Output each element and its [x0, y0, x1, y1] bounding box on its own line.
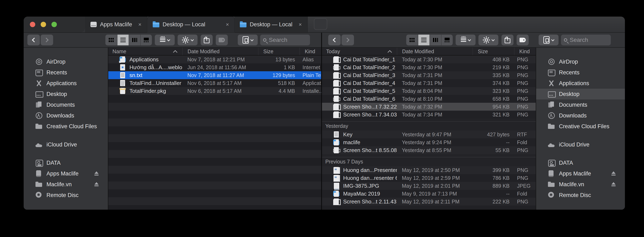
column-header-name[interactable]: Today	[322, 48, 397, 55]
sidebar-item[interactable]: Maclife.vn	[536, 179, 625, 190]
sidebar-item-icon	[35, 101, 43, 109]
list-view-button[interactable]	[117, 35, 129, 45]
chevron-down-icon	[190, 38, 194, 41]
column-header-name[interactable]: Name	[108, 48, 182, 55]
sidebar-item[interactable]: Creative Cloud Files	[536, 121, 625, 132]
eject-icon[interactable]	[94, 182, 99, 187]
share-button[interactable]	[502, 35, 514, 45]
action-menu-button[interactable]	[178, 35, 198, 45]
column-header-date-modified[interactable]: Date Modified	[182, 48, 258, 55]
tab-close-icon[interactable]: ×	[298, 21, 302, 28]
file-date: Nov 7, 2018 at 12:21 PM	[182, 56, 258, 63]
visor-menu-button[interactable]	[538, 35, 558, 45]
file-row[interactable]: Key Yesterday at 9:47 PM 427 bytes RTF	[322, 131, 536, 138]
sidebar-item[interactable]: Downloads	[24, 110, 108, 121]
list-view-button[interactable]	[418, 35, 430, 45]
sidebar-item[interactable]: Applications	[24, 78, 108, 89]
file-row[interactable]: Applications Nov 7, 2018 at 12:21 PM 13 …	[108, 55, 321, 63]
forward-button[interactable]	[342, 35, 354, 45]
file-row[interactable]: Screen Sho...t 7.34.03 PM Today at 7:34 …	[322, 111, 536, 118]
file-row[interactable]: Cai Dat TotalFinder_4 Today at 7:31 PM 3…	[322, 79, 536, 87]
sidebar-item[interactable]: Maclife.vn	[24, 179, 108, 190]
tag-button[interactable]	[516, 35, 529, 45]
column-header-date-modified[interactable]: Date Modified	[397, 48, 473, 55]
search-field[interactable]: Search	[561, 35, 611, 45]
share-button[interactable]	[201, 35, 213, 45]
sidebar-item[interactable]: Recents	[24, 67, 108, 78]
close-window-button[interactable]	[30, 22, 35, 27]
visor-menu-button[interactable]	[238, 35, 258, 45]
finder-tab[interactable]: Desktop — Local ×	[147, 16, 234, 32]
sidebar-item[interactable]: Documents	[536, 99, 625, 110]
group-by-button[interactable]	[155, 35, 175, 45]
file-row[interactable]: sn.txt Nov 7, 2018 at 11:27 AM 129 bytes…	[108, 71, 321, 79]
file-row[interactable]: IMG-3875.JPG May 12, 2019 at 2:01 PM 889…	[322, 182, 536, 190]
sidebar-item[interactable]: iCloud Drive	[24, 139, 108, 150]
sidebar-item[interactable]: Recents	[536, 67, 625, 78]
file-row[interactable]: Screen Sho...t 2.11.43 PM May 12, 2019 a…	[322, 198, 536, 206]
sidebar-item[interactable]: Desktop	[24, 89, 108, 99]
file-row[interactable]: Screen Sho...t 8.55.08 PM Yesterday at 8…	[322, 146, 536, 154]
gallery-view-button[interactable]	[441, 35, 453, 45]
file-row[interactable]: Cai Dat TotalFinder_1 Today at 7:30 PM 4…	[322, 55, 536, 63]
file-icon	[333, 198, 340, 205]
finder-tab[interactable]: Apps Maclife ×	[85, 16, 147, 32]
sidebar-item[interactable]: Apps Maclife	[24, 168, 108, 179]
search-field[interactable]: Search	[260, 35, 310, 45]
column-header-kind[interactable]: Kind	[514, 48, 536, 55]
finder-tab[interactable]: Desktop — Local ×	[234, 16, 308, 32]
column-view-button[interactable]	[430, 35, 441, 45]
file-row[interactable]: Hướng dẫ...A....webloc Jun 24, 2018 at 1…	[108, 63, 321, 71]
file-row[interactable]: MayaMac 2019 May 9, 2019 at 7:13 PM -- F…	[322, 190, 536, 198]
tab-close-icon[interactable]: ×	[225, 21, 230, 28]
file-row[interactable]: Screen Sho...t 7.32.22 PM Today at 7:32 …	[322, 103, 536, 111]
sidebar-item[interactable]: Desktop	[536, 89, 625, 99]
back-button[interactable]	[328, 35, 341, 45]
file-row[interactable]: Cai Dat TotalFinder_6 Today at 8:10 PM 6…	[322, 95, 536, 103]
zoom-window-button[interactable]	[52, 22, 57, 27]
icon-view-button[interactable]	[406, 35, 418, 45]
sidebar-item[interactable]: AirDrop	[536, 56, 625, 67]
icon-view-button[interactable]	[106, 35, 117, 45]
forward-button[interactable]	[41, 35, 53, 45]
file-row[interactable]: Cai Dat TotalFinder_5 Today at 8:04 PM 3…	[322, 87, 536, 95]
gallery-view-button[interactable]	[140, 35, 152, 45]
file-row[interactable]: Huong dan...resenter 6_2 May 12, 2019 at…	[322, 174, 536, 182]
sidebar-item[interactable]: Creative Cloud Files	[24, 121, 108, 132]
sidebar-item[interactable]: Apps Maclife	[536, 168, 625, 179]
action-menu-button[interactable]	[478, 35, 498, 45]
sidebar-item[interactable]: iCloud Drive	[536, 139, 625, 150]
file-row[interactable]: Huong dan...Presenter 6_1 May 12, 2019 a…	[322, 166, 536, 174]
sidebar-item[interactable]: Remote Disc	[536, 190, 625, 201]
file-date: Today at 7:34 PM	[397, 112, 473, 118]
sidebar-item[interactable]: Documents	[24, 99, 108, 110]
group-by-button[interactable]	[456, 35, 476, 45]
back-button[interactable]	[28, 35, 40, 45]
file-name: Screen Sho...t 2.11.43 PM	[343, 199, 397, 205]
sidebar-item[interactable]: DATA	[536, 157, 625, 168]
eject-icon[interactable]	[611, 171, 616, 176]
sidebar-item[interactable]: Applications	[536, 78, 625, 89]
new-tab-button[interactable]	[314, 18, 327, 30]
tab-close-icon[interactable]: ×	[138, 21, 142, 28]
file-row[interactable]: Cai Dat TotalFinder_2 Today at 7:30 PM 2…	[322, 63, 536, 71]
file-row[interactable]: TotalFind...Uninstaller Nov 6, 2018 at 5…	[108, 79, 321, 87]
file-row[interactable]: maclife Yesterday at 9:24 PM -- Fold	[322, 138, 536, 146]
column-view-button[interactable]	[129, 35, 140, 45]
sidebar-item[interactable]: Downloads	[536, 110, 625, 121]
eject-icon[interactable]	[611, 182, 616, 187]
sidebar-item[interactable]: AirDrop	[24, 56, 108, 67]
column-header-kind[interactable]: Kind	[300, 48, 321, 55]
tag-button[interactable]	[216, 35, 228, 45]
file-date: Yesterday at 9:24 PM	[397, 139, 473, 145]
minimize-window-button[interactable]	[41, 22, 46, 27]
file-kind: Fold	[514, 191, 536, 197]
chevron-down-icon	[491, 38, 494, 41]
eject-icon[interactable]	[94, 171, 99, 176]
column-header-size[interactable]: Size	[473, 48, 514, 55]
file-row[interactable]: Cai Dat TotalFinder_3 Today at 7:31 PM 3…	[322, 71, 536, 79]
sidebar-item[interactable]: Remote Disc	[24, 190, 108, 201]
file-row[interactable]: TotalFinder.pkg Nov 6, 2018 at 5:17 AM 4…	[108, 87, 321, 95]
column-header-size[interactable]: Size	[258, 48, 300, 55]
sidebar-item[interactable]: DATA	[24, 157, 108, 168]
